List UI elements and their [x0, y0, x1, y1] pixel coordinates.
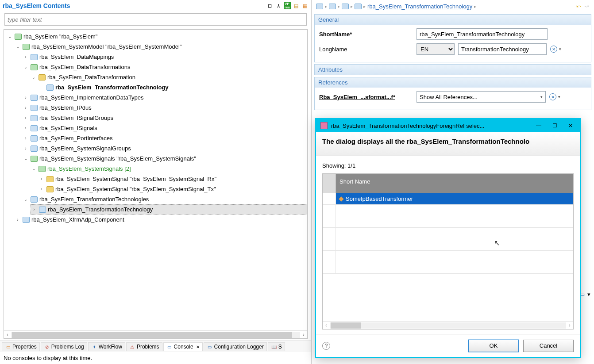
folder-icon [31, 115, 38, 121]
close-button[interactable]: ✕ [563, 120, 578, 131]
table-row-empty [323, 239, 573, 251]
scroll-right-icon[interactable]: › [300, 332, 307, 337]
scroll-thumb[interactable] [12, 332, 292, 338]
tab-truncated[interactable]: 📖S [268, 342, 285, 351]
tree-system-signal-groups[interactable]: ›rba_SysElem_SystemSignalGroups [23, 143, 307, 153]
tree-hscroll[interactable]: ‹ › [4, 330, 307, 338]
table-row-empty [323, 216, 573, 228]
expand-icon[interactable]: › [39, 176, 45, 181]
expand-icon[interactable]: › [23, 105, 29, 110]
expand-icon[interactable]: › [23, 95, 29, 100]
longname-input[interactable] [458, 43, 547, 55]
folder-icon[interactable] [329, 4, 336, 9]
tree-port-interfaces[interactable]: ›rba_SysElem_PortInterfaces [23, 133, 307, 143]
chevron-down-icon[interactable]: ▾ [558, 95, 560, 99]
tab-console[interactable]: ▭Console✕ [163, 342, 203, 351]
tab-problems[interactable]: ⚠Problems [126, 342, 162, 351]
showing-label: Showing: 1/1 [322, 161, 574, 171]
doc-icon[interactable]: ▤ [293, 2, 300, 9]
tree-data-mappings[interactable]: ›rba_SysElem_DataMappings [23, 52, 307, 62]
dialog-titlebar[interactable]: rba_SysElem_TransformationTechnologyFore… [316, 119, 580, 132]
expand-icon[interactable]: › [23, 126, 29, 130]
tree-ipdus[interactable]: ›rba_SysElem_IPdus [23, 103, 307, 113]
scroll-thumb[interactable] [331, 322, 361, 329]
tree-signal-rx[interactable]: ›rba_SysElem_SystemSignal "rba_SysElem_S… [39, 174, 307, 184]
shortname-input[interactable] [417, 28, 548, 40]
folder-icon[interactable] [355, 4, 362, 9]
expand-icon[interactable]: ⌄ [7, 34, 13, 39]
filter-input[interactable] [4, 13, 307, 26]
book-icon: 📖 [271, 344, 277, 350]
tree-system-signals[interactable]: ⌄rba_SysElem_SystemSignals "rba_SysElem_… [23, 153, 307, 164]
reference-selection-dialog: rba_SysElem_TransformationTechnologyFore… [315, 118, 581, 358]
section-header[interactable]: Attributes [315, 65, 591, 75]
collapse-icon[interactable]: ⊟ [266, 2, 273, 9]
tree-isignals[interactable]: ›rba_SysElem_ISignals [23, 123, 307, 133]
vp-res-icon[interactable]: VPres [284, 2, 291, 9]
scroll-right-icon[interactable]: › [566, 323, 573, 328]
expand-icon[interactable]: ⌄ [23, 156, 29, 161]
maximize-button[interactable]: ☐ [547, 120, 562, 131]
tree[interactable]: ⌄ rba_SysElem "rba_SysElem" ⌄ rba_SysEle… [4, 30, 307, 330]
chevron-down-icon[interactable]: ▾ [559, 47, 561, 51]
folder-icon[interactable] [342, 4, 349, 9]
expand-icon[interactable]: › [39, 187, 45, 192]
table-row[interactable]: 1 SomeIpBasedTransformer [323, 193, 573, 205]
tree-transformation-techs[interactable]: ⌄rba_SysElem_TransformationTechnologies [23, 194, 307, 204]
clear-icon[interactable]: ✕ [549, 93, 556, 100]
minimize-button[interactable]: — [531, 120, 546, 131]
folder-icon[interactable] [316, 4, 323, 9]
ok-button[interactable]: OK [468, 340, 519, 352]
expand-icon[interactable]: ⌄ [31, 166, 37, 171]
expand-icon[interactable]: ⌄ [23, 65, 29, 69]
tree-icon[interactable]: ⅄ [275, 2, 282, 9]
combo-text: Show All References... [420, 94, 478, 100]
expand-icon[interactable]: › [23, 136, 29, 141]
folder-icon [39, 166, 46, 172]
reference-label[interactable]: Rba_SysElem_...sformat...f* [319, 94, 417, 100]
expand-icon[interactable]: ⌄ [23, 197, 29, 202]
help-icon[interactable]: ? [322, 342, 330, 350]
tab-problems-log[interactable]: ⊘Problems Log [41, 342, 87, 351]
expand-icon[interactable]: › [23, 54, 29, 59]
tree-isignal-groups[interactable]: ›rba_SysElem_ISignalGroups [23, 113, 307, 123]
expand-icon[interactable]: ⌄ [15, 44, 21, 49]
tree-root[interactable]: ⌄ rba_SysElem "rba_SysElem" [7, 31, 307, 42]
tree-xfrm-adp[interactable]: ›rba_SysElem_XfrmAdp_Component [15, 215, 307, 225]
tab-config-logger[interactable]: ▭Configuration Logger [204, 342, 267, 351]
column-header-shortname[interactable]: Short Name [336, 174, 573, 193]
breadcrumb-link[interactable]: rba_SysElem_TransformationTechnology [367, 3, 472, 10]
references-combo[interactable]: Show All References... ▾ [417, 91, 546, 103]
tab-properties[interactable]: ▭Properties [2, 342, 40, 351]
expand-icon[interactable]: ⌄ [31, 75, 37, 80]
scroll-left-icon[interactable]: ‹ [4, 332, 11, 337]
cancel-button[interactable]: Cancel [523, 340, 574, 352]
section-header[interactable]: References [315, 77, 591, 88]
close-icon[interactable]: ✕ [196, 345, 200, 349]
tree-system-signals-2[interactable]: ⌄rba_SysElem_SystemSignals [2] [31, 164, 307, 174]
tree-transformation-tech[interactable]: rba_SysElem_TransformationTechnology [39, 82, 307, 92]
scroll-left-icon[interactable]: ‹ [323, 323, 330, 328]
folder-icon [31, 156, 38, 162]
expand-icon[interactable]: › [23, 115, 29, 120]
nav-forward-icon[interactable]: ⤻ [584, 3, 590, 10]
dialog-title: rba_SysElem_TransformationTechnologyFore… [331, 123, 484, 129]
tree-impl-data-types[interactable]: ›rba_SysElem_ImplementationDataTypes [23, 92, 307, 103]
clear-icon[interactable]: ✕ [550, 46, 557, 53]
section-header[interactable]: General [315, 15, 591, 25]
table-row-empty [323, 262, 573, 274]
tree-system-model[interactable]: ⌄ rba_SysElem_SystemModel "rba_SysElem_S… [15, 42, 307, 52]
grid-hscroll[interactable]: ‹ › [323, 321, 573, 329]
tree-signal-tx[interactable]: ›rba_SysElem_SystemSignal "rba_SysElem_S… [39, 184, 307, 194]
expand-icon[interactable]: › [23, 146, 29, 151]
nav-back-icon[interactable]: ⤺ [576, 3, 582, 10]
expand-icon[interactable]: › [31, 207, 37, 212]
tree-data-transformation[interactable]: ⌄rba_SysElem_DataTransformation [31, 72, 307, 82]
tree-transformation-tech-sel[interactable]: ›rba_SysElem_TransformationTechnology [31, 204, 307, 215]
tree-data-transformations[interactable]: ⌄rba_SysElem_DataTransformations [23, 62, 307, 72]
longname-lang-select[interactable]: EN [417, 43, 455, 55]
expand-icon[interactable]: › [15, 217, 21, 222]
tab-workflow[interactable]: ✦WorkFlow [88, 342, 125, 351]
dropdown-icon[interactable]: ▾ [587, 291, 590, 298]
grid-icon[interactable]: ▦ [301, 2, 309, 9]
